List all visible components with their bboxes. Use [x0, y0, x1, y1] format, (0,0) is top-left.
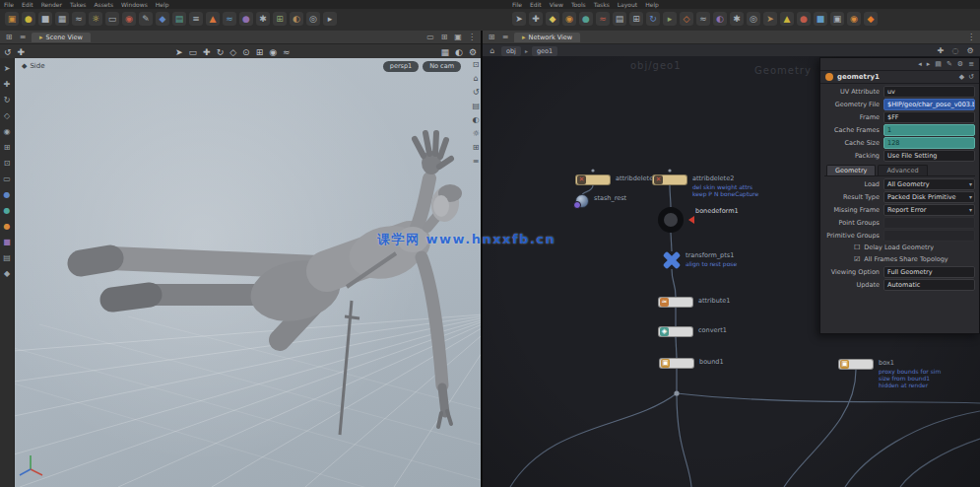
viewport-tool-icon[interactable]: ▤ — [3, 254, 11, 262]
breadcrumb-geo1[interactable]: geo1 — [532, 46, 557, 56]
view-control-icon[interactable]: ⊞ — [473, 144, 480, 152]
view-control-icon[interactable]: ⊡ — [473, 61, 480, 69]
shelf-tool-icon[interactable]: ▸ — [663, 12, 677, 26]
pathbar-icon[interactable]: ✚ — [936, 46, 946, 55]
shelf-tool-icon[interactable]: ■ — [38, 12, 52, 26]
menu-item[interactable]: Render — [41, 0, 62, 9]
toolbar-icon[interactable]: ◉ — [269, 47, 277, 57]
param-tab[interactable]: Advanced — [878, 165, 927, 175]
shelf-tool-icon[interactable]: ⊞ — [629, 12, 643, 26]
viewport-tool-icon[interactable]: ■ — [3, 239, 11, 246]
param-value[interactable]: Packed Disk Primitive — [883, 191, 975, 203]
param-header-icon[interactable]: ◂ — [918, 60, 922, 68]
shelf-tool-icon[interactable]: ● — [239, 12, 253, 26]
shelf-tool-icon[interactable]: ● — [797, 12, 811, 26]
param-header-icon[interactable]: ▸ — [927, 60, 931, 68]
param-checkbox-row[interactable]: ☐ Delay Load Geometry — [854, 243, 975, 252]
network-node[interactable]: ▣ box1 proxy bounds for sim size from bo… — [838, 359, 874, 370]
toolbar-icon[interactable]: ▭ — [189, 47, 198, 57]
shelf-tool-icon[interactable]: ● — [22, 12, 35, 26]
toolbar-icon[interactable]: ◐ — [455, 47, 463, 57]
breadcrumb-obj[interactable]: obj — [501, 46, 521, 56]
param-value[interactable]: $FF — [883, 111, 975, 123]
menu-item[interactable]: Help — [156, 0, 169, 9]
menu-item[interactable]: File — [4, 0, 14, 9]
shelf-tool-icon[interactable]: ✎ — [139, 12, 153, 26]
viewport-tool-icon[interactable]: ⊡ — [4, 160, 11, 168]
shelf-tool-icon[interactable]: ◉ — [562, 12, 576, 26]
pane-control-icon[interactable]: ▭ — [425, 33, 435, 41]
viewport-tool-icon[interactable]: ● — [4, 191, 11, 199]
shelf-tool-icon[interactable]: ◐ — [290, 12, 303, 26]
param-value[interactable]: uv — [883, 86, 975, 98]
view-pill[interactable]: persp1 — [383, 61, 419, 72]
shelf-tool-icon[interactable]: ➤ — [512, 12, 526, 26]
node-body[interactable]: ✕ — [652, 174, 687, 185]
shelf-tool-icon[interactable]: ◆ — [864, 12, 878, 26]
node-body[interactable]: ▣ — [659, 358, 694, 369]
toolbar-icon[interactable]: ▦ — [441, 47, 450, 57]
param-title-icon[interactable]: ↺ — [968, 73, 974, 81]
network-node[interactable]: ▣ bound1 — [659, 358, 694, 369]
view-control-icon[interactable]: ≡ — [473, 158, 480, 166]
shelf-tool-icon[interactable]: ≈ — [596, 12, 610, 26]
pane-split-icon[interactable]: ⊞ — [487, 33, 496, 41]
network-node[interactable]: ✕ attribdelete2 del skin weight attrs ke… — [652, 174, 687, 185]
shelf-tool-icon[interactable]: ◎ — [306, 12, 320, 26]
tab-network-view[interactable]: ▸ Network View — [514, 33, 580, 42]
shelf-tool-icon[interactable]: ≡ — [189, 12, 203, 26]
pane-list-icon[interactable]: ≡ — [18, 33, 28, 41]
network-node[interactable]: ≈ attribute1 — [658, 297, 693, 308]
viewport-tool-icon[interactable]: ◆ — [4, 270, 10, 278]
param-header-icon[interactable]: ⚙ — [957, 60, 963, 68]
node-body[interactable]: ◈ — [658, 326, 693, 337]
shelf-tool-icon[interactable]: ◆ — [156, 12, 169, 26]
shelf-tool-icon[interactable]: ◆ — [546, 12, 559, 26]
toolbar-icon[interactable]: ⊙ — [242, 47, 250, 57]
shelf-tool-icon[interactable]: ≈ — [223, 12, 236, 26]
viewport-tool-icon[interactable]: ✚ — [4, 81, 11, 89]
viewport-tool-icon[interactable]: ↻ — [4, 97, 11, 104]
param-value[interactable]: All Geometry — [883, 178, 975, 190]
shelf-tool-icon[interactable]: ▭ — [105, 12, 119, 26]
param-checkbox-row[interactable]: ☑ All Frames Share Topology — [854, 254, 975, 264]
pathbar-icon[interactable]: ◌ — [950, 46, 960, 55]
tab-scene-view[interactable]: ▸ Scene View — [32, 33, 91, 42]
scene-viewport[interactable]: ➤✚↻◇◉⊞⊡▭●●●■▤◆ ⊡⌂↺▤◐☼⊞≡ ◆ Side persp1 No… — [0, 58, 481, 487]
toolbar-icon[interactable]: ✚ — [18, 47, 26, 57]
toolbar-icon[interactable]: ◇ — [229, 47, 236, 57]
viewport-tool-icon[interactable]: ● — [4, 207, 11, 215]
checkbox-icon[interactable]: ☑ — [854, 255, 860, 263]
network-node[interactable]: transform_pts1 align to rest pose — [663, 251, 681, 269]
shelf-tool-icon[interactable]: ✱ — [730, 12, 744, 26]
home-icon[interactable]: ⌂ — [488, 46, 497, 55]
param-value[interactable] — [883, 217, 975, 229]
pathbar-icon[interactable]: ⚙ — [965, 46, 975, 55]
menu-item[interactable]: Help — [645, 0, 659, 9]
pane-more-icon[interactable]: ⋮ — [966, 33, 976, 41]
viewport-tool-icon[interactable]: ➤ — [4, 65, 11, 73]
shelf-tool-icon[interactable]: ▤ — [172, 12, 186, 26]
param-header-icon[interactable]: ≡ — [968, 60, 974, 68]
menu-item[interactable]: Takes — [70, 0, 86, 9]
param-value[interactable]: 128 — [883, 137, 975, 149]
view-control-icon[interactable]: ▤ — [472, 103, 480, 110]
menu-item[interactable]: Edit — [22, 0, 33, 9]
toolbar-icon[interactable]: ↺ — [4, 47, 12, 57]
shelf-tool-icon[interactable]: ≈ — [72, 12, 86, 26]
network-node[interactable]: bonedeform1 — [658, 207, 684, 233]
shelf-tool-icon[interactable]: ↻ — [646, 12, 660, 26]
node-body[interactable]: ≈ — [658, 297, 693, 308]
node-body[interactable] — [575, 194, 589, 208]
param-value[interactable]: Automatic — [883, 279, 975, 291]
shelf-tool-icon[interactable]: ⊞ — [273, 12, 287, 26]
param-value[interactable]: Report Error — [883, 204, 975, 216]
param-value[interactable] — [883, 230, 975, 242]
toolbar-icon[interactable]: ↻ — [217, 47, 225, 57]
shelf-tool-icon[interactable]: ✚ — [529, 12, 543, 26]
viewport-tool-icon[interactable]: ◉ — [4, 128, 11, 136]
pane-more-icon[interactable]: ⋮ — [467, 33, 477, 41]
param-title-icon[interactable]: ◆ — [959, 73, 964, 81]
node-body[interactable] — [663, 251, 681, 269]
menu-item[interactable]: File — [512, 0, 522, 9]
